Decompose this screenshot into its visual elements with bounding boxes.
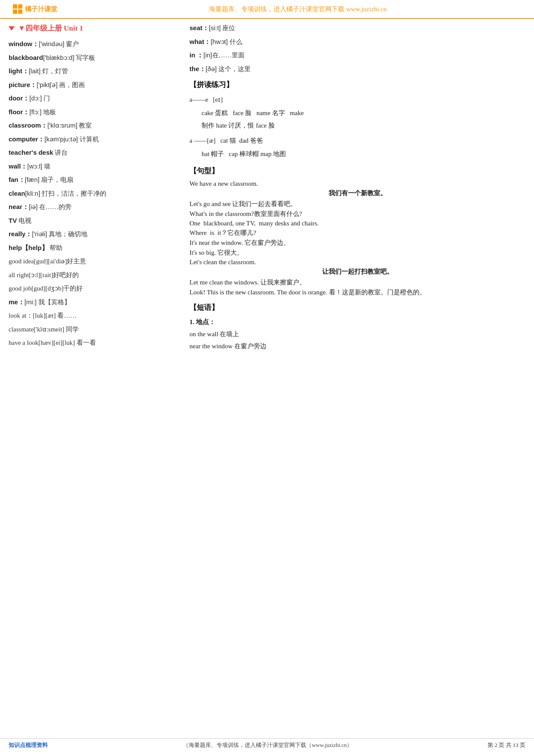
list-item: light：[lait] 灯，灯管 bbox=[9, 66, 181, 76]
sentence-item: It's near the window. 它在窗户旁边。 bbox=[189, 239, 525, 247]
footer-right: 第 2 页 共 13 页 bbox=[487, 741, 525, 749]
phrases-title: 【短语】 bbox=[189, 303, 525, 312]
list-item: fan：[fæn] 扇子，电扇 bbox=[9, 175, 181, 185]
right-vocab-list: seat：[si:t] 座位 what：[hwɔt] 什么 in ：[in]在…… bbox=[189, 23, 525, 74]
pinyin-line: 制作 hate 讨厌，恨 face 脸 bbox=[189, 120, 525, 131]
list-item: picture：['piktʃə] 画，图画 bbox=[9, 80, 181, 90]
list-item: have a look[hæv][ei][luk] 看一看 bbox=[9, 338, 181, 348]
sentence-item: What's in the classroom?教室里面有什么? bbox=[189, 210, 525, 218]
pinyin-line: hat 帽子 cap 棒球帽 map 地图 bbox=[189, 148, 525, 160]
list-item: TV 电视 bbox=[9, 216, 181, 226]
list-item: the：[ðə] 这个，这里 bbox=[189, 64, 525, 74]
sentence-item: Let's clean the classroom. bbox=[189, 259, 525, 266]
sentence-title: 【句型】 bbox=[189, 166, 525, 176]
sentence-item: Let's go and see 让我们一起去看看吧。 bbox=[189, 200, 525, 208]
list-item: near：[iə] 在……的旁 bbox=[9, 202, 181, 212]
left-vocab-list: window：['windəu] 窗户 blackboard['blækbɔ:d… bbox=[9, 39, 181, 348]
list-item: window：['windəu] 窗户 bbox=[9, 39, 181, 49]
list-item: what：[hwɔt] 什么 bbox=[189, 37, 525, 47]
pinyin-line: cake 蛋糕 face 脸 name 名字 make bbox=[189, 107, 525, 119]
unit-title: ▼四年级上册 Unit 1 bbox=[9, 23, 181, 33]
sentence-cn: 我们有一个新教室。 bbox=[189, 189, 525, 197]
left-column: ▼四年级上册 Unit 1 window：['windəu] 窗户 blackb… bbox=[9, 23, 181, 353]
footer: 知识点梳理资料 （海量题库、专项训练，进入橘子汁课堂官网下载（www.juziz… bbox=[0, 738, 534, 752]
header: 橘子汁课堂 海量题库、专项训练，进入橘子汁课堂官网下载 www.juzizhi.… bbox=[0, 0, 534, 19]
list-item: good idea[gud][ai'diə]好主意 bbox=[9, 256, 181, 266]
sentence-item: Look! This is the new classroom. The doo… bbox=[189, 288, 525, 297]
list-item: computer：[kəm'pju:tə] 计算机 bbox=[9, 134, 181, 144]
phrase-num: 1. 地点： bbox=[189, 317, 525, 327]
right-column: seat：[si:t] 座位 what：[hwɔt] 什么 in ：[in]在…… bbox=[189, 23, 525, 353]
main-content: ▼四年级上册 Unit 1 window：['windəu] 窗户 blackb… bbox=[0, 23, 534, 353]
list-item: all right[ɔ:l][rait]好吧好的 bbox=[9, 270, 181, 280]
list-item: teacher's desk 讲台 bbox=[9, 148, 181, 158]
pinyin-block: a——e [eɪ] cake 蛋糕 face 脸 name 名字 make 制作… bbox=[189, 94, 525, 160]
pinyin-rule-2: a ——[æ] cat 猫 dad 爸爸 bbox=[189, 135, 525, 147]
pinyin-rule-1: a——e [eɪ] bbox=[189, 94, 525, 106]
list-item: classmate['klɑ:smeit] 同学 bbox=[9, 325, 181, 334]
list-item: good job[gud][dʒɔb]干的好 bbox=[9, 284, 181, 294]
logo-area: 橘子汁课堂 bbox=[13, 4, 57, 14]
list-item: door：[dɔ:] 门 bbox=[9, 94, 181, 103]
list-item: really：['riəli] 真地；确切地 bbox=[9, 229, 181, 239]
phrase-item: near the window 在窗户旁边 bbox=[189, 341, 525, 351]
list-item: clean[kli:n] 打扫，洁洁，擦干净的 bbox=[9, 189, 181, 199]
sentence-item: One blackboard, one TV, many desks and c… bbox=[189, 220, 525, 227]
list-item: in ：[in]在……里面 bbox=[189, 50, 525, 60]
list-item: seat：[si:t] 座位 bbox=[189, 23, 525, 33]
phrases-block: 1. 地点： on the wall 在墙上 near the window 在… bbox=[189, 317, 525, 351]
list-item: blackboard['blækbɔ:d] 写字板 bbox=[9, 53, 181, 63]
sentence-item: We have a new classroom. bbox=[189, 180, 525, 187]
sentence-item: It's so big. 它很大。 bbox=[189, 249, 525, 257]
logo-icon bbox=[13, 4, 22, 14]
list-item: look at：[luk][æt] 看…… bbox=[9, 311, 181, 321]
list-item: wall：[wɔ:l] 墙 bbox=[9, 162, 181, 172]
sentence-item: Let me clean the windows. 让我来擦窗户。 bbox=[189, 278, 525, 287]
logo-text: 橘子汁课堂 bbox=[25, 5, 57, 13]
sentence-item: Where is it？它在哪儿? bbox=[189, 229, 525, 237]
list-item: classroom：['klɑ:srum] 教室 bbox=[9, 121, 181, 131]
list-item: floor：[flɔ:] 地板 bbox=[9, 107, 181, 117]
footer-left: 知识点梳理资料 bbox=[9, 741, 48, 749]
pinyin-title: 【拼读练习】 bbox=[189, 80, 525, 90]
footer-center: （海量题库、专项训练，进入橘子汁课堂官网下载（www.juzizhi.cn） bbox=[183, 741, 352, 749]
list-item: help【help】 帮助 bbox=[9, 243, 181, 253]
unit-label: ▼四年级上册 Unit 1 bbox=[18, 23, 83, 33]
phrase-item: on the wall 在墙上 bbox=[189, 329, 525, 339]
triangle-icon bbox=[9, 26, 15, 31]
sentence-block: We have a new classroom. 我们有一个新教室。 Let's… bbox=[189, 180, 525, 297]
list-item: me：[mi:] 我【宾格】 bbox=[9, 297, 181, 307]
sentence-cn: 让我们一起打扫教室吧。 bbox=[189, 268, 525, 276]
header-slogan: 海量题库、专项训练，进入橘子汁课堂官网下载 www.juzizhi.cn bbox=[75, 5, 521, 13]
